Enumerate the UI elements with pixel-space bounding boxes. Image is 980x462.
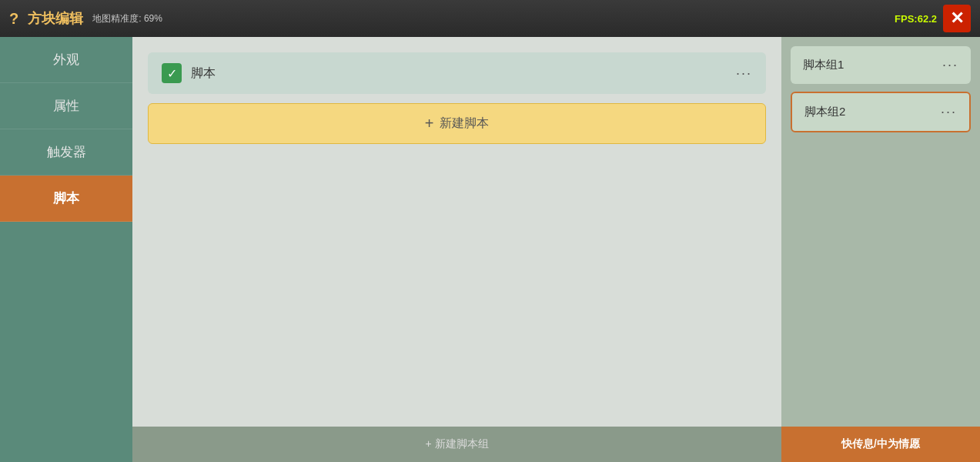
right-panel: 脚本组1 ··· 脚本组2 ···: [781, 37, 980, 462]
top-bar: ? 方块编辑 地图精准度: 69% FPS:62.2 ✕: [0, 0, 980, 37]
new-script-label: 新建脚本: [440, 116, 489, 132]
sidebar-item-triggers[interactable]: 触发器: [0, 129, 132, 176]
new-script-group-button[interactable]: + 新建脚本组: [132, 427, 781, 462]
script-checkbox[interactable]: ✓: [162, 63, 182, 83]
map-accuracy-label: 地图精准度: 69%: [92, 12, 162, 25]
fps-label: FPS:62.2: [895, 13, 937, 25]
script-group-item-2[interactable]: 脚本组2 ···: [791, 92, 971, 132]
sidebar-item-properties[interactable]: 属性: [0, 83, 132, 129]
script-card: ✓ 脚本 ···: [148, 52, 766, 94]
script-group-1-options[interactable]: ···: [942, 57, 958, 73]
window-title: 方块编辑: [28, 9, 83, 28]
script-group-2-label: 脚本组2: [804, 105, 845, 119]
sidebar-item-scripts[interactable]: 脚本: [0, 176, 132, 222]
script-group-item-1[interactable]: 脚本组1 ···: [791, 46, 971, 84]
quick-transfer-label: 快传息/中为情愿: [841, 437, 920, 451]
script-group-1-label: 脚本组1: [803, 58, 844, 72]
help-icon[interactable]: ?: [9, 10, 18, 28]
script-options-button[interactable]: ···: [736, 65, 752, 82]
center-content: ✓ 脚本 ··· + 新建脚本: [132, 37, 781, 462]
left-sidebar: 外观 属性 触发器 脚本: [0, 37, 132, 462]
top-bar-right: FPS:62.2 ✕: [895, 5, 971, 32]
new-script-group-label: + 新建脚本组: [425, 437, 488, 451]
sidebar-item-appearance[interactable]: 外观: [0, 37, 132, 83]
script-group-2-options[interactable]: ···: [941, 104, 957, 120]
script-name-label: 脚本: [191, 65, 216, 82]
close-button[interactable]: ✕: [943, 5, 971, 32]
new-script-button[interactable]: + 新建脚本: [148, 103, 766, 144]
quick-transfer-button[interactable]: 快传息/中为情愿: [781, 427, 980, 462]
top-bar-left: ? 方块编辑 地图精准度: 69%: [9, 9, 162, 28]
plus-icon: +: [425, 115, 434, 132]
script-card-left: ✓ 脚本: [162, 63, 216, 83]
main-area: 外观 属性 触发器 脚本 ✓ 脚本 ··· + 新建脚本: [0, 37, 980, 462]
